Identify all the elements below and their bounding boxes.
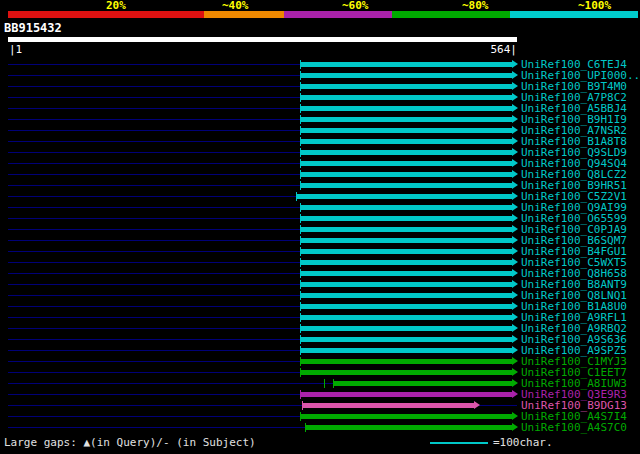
- scale-segment-2: [204, 11, 284, 18]
- scale-segment-4: [392, 11, 510, 18]
- alignment-arrowhead: [512, 280, 518, 288]
- alignment-start-tick: [300, 148, 301, 157]
- legend-scale-line: [430, 442, 488, 444]
- alignment-bar[interactable]: [300, 238, 512, 243]
- alignment-bar[interactable]: [300, 150, 512, 155]
- alignment-bar[interactable]: [296, 194, 511, 199]
- query-title: BB915432: [4, 21, 62, 35]
- alignment-arrowhead: [512, 269, 518, 277]
- scale-segment-1: [8, 11, 204, 18]
- alignment-start-tick: [300, 159, 301, 168]
- alignment-bar[interactable]: [300, 117, 512, 122]
- alignment-arrowhead: [512, 225, 518, 233]
- alignment-row: UniRef100_A4S7C0: [0, 422, 640, 433]
- alignment-bar[interactable]: [300, 359, 512, 364]
- alignment-start-tick: [300, 225, 301, 234]
- scale-label: ~60%: [342, 0, 369, 11]
- alignment-arrowhead: [512, 258, 518, 266]
- alignment-bar[interactable]: [300, 139, 512, 144]
- scale-label: 20%: [106, 0, 126, 11]
- alignment-bar[interactable]: [300, 282, 512, 287]
- alignment-arrowhead: [512, 115, 518, 123]
- alignment-start-tick: [300, 368, 301, 377]
- alignment-bar[interactable]: [300, 172, 512, 177]
- hit-label[interactable]: UniRef100_A4S7C0: [521, 422, 627, 433]
- scale-label: ~100%: [578, 0, 611, 11]
- alignment-bar[interactable]: [300, 249, 512, 254]
- alignment-bar[interactable]: [300, 370, 512, 375]
- alignment-arrowhead: [512, 313, 518, 321]
- alignment-start-tick: [300, 258, 301, 267]
- scale-label: ~40%: [222, 0, 249, 11]
- alignment-start-tick: [300, 302, 301, 311]
- alignment-arrowhead: [512, 357, 518, 365]
- bar-length-legend: =100char.: [430, 437, 635, 450]
- alignment-start-tick: [300, 313, 301, 322]
- alignment-arrowhead: [512, 181, 518, 189]
- alignment-bar[interactable]: [300, 392, 512, 397]
- alignment-bar[interactable]: [300, 271, 512, 276]
- alignment-start-tick: [300, 346, 301, 355]
- alignment-bar[interactable]: [300, 73, 512, 78]
- alignment-arrowhead: [512, 236, 518, 244]
- alignment-arrowhead: [512, 412, 518, 420]
- large-gaps-note: Large gaps: ▲(in Query)/- (in Subject): [4, 437, 256, 449]
- alignment-start-tick: [296, 192, 297, 201]
- alignment-arrowhead: [512, 82, 518, 90]
- alignment-start-tick: [300, 82, 301, 91]
- alignment-bar[interactable]: [300, 337, 512, 342]
- identity-scale-bar: [8, 11, 638, 18]
- alignment-arrowhead: [512, 423, 518, 431]
- alignment-bar[interactable]: [300, 128, 512, 133]
- scale-segment-3: [284, 11, 392, 18]
- alignment-arrowhead: [512, 170, 518, 178]
- alignment-arrowhead: [512, 379, 518, 387]
- alignment-bar[interactable]: [333, 381, 512, 386]
- alignment-arrowhead: [512, 390, 518, 398]
- alignment-bar[interactable]: [300, 304, 512, 309]
- alignment-bar[interactable]: [300, 348, 512, 353]
- alignment-arrowhead: [512, 126, 518, 134]
- alignment-arrowhead: [512, 71, 518, 79]
- alignment-start-tick: [300, 60, 301, 69]
- alignment-arrowhead: [512, 148, 518, 156]
- alignment-start-tick: [300, 170, 301, 179]
- alignment-rows: UniRef100_C6TEJ4UniRef100_UPI000..UniRef…: [0, 59, 640, 433]
- alignment-arrowhead: [512, 302, 518, 310]
- alignment-bar[interactable]: [300, 205, 512, 210]
- alignment-arrowhead: [512, 60, 518, 68]
- alignment-start-tick: [300, 269, 301, 278]
- alignment-start-tick: [300, 214, 301, 223]
- alignment-bar[interactable]: [300, 227, 512, 232]
- alignment-start-tick: [300, 247, 301, 256]
- alignment-start-tick: [300, 291, 301, 300]
- alignment-bar[interactable]: [300, 326, 512, 331]
- alignment-bar[interactable]: [300, 293, 512, 298]
- alignment-bar[interactable]: [300, 84, 512, 89]
- alignment-bar[interactable]: [305, 425, 511, 430]
- alignment-bar[interactable]: [300, 260, 512, 265]
- alignment-bar[interactable]: [300, 161, 512, 166]
- alignment-arrowhead: [512, 324, 518, 332]
- alignment-arrowhead: [512, 137, 518, 145]
- alignment-start-tick: [300, 280, 301, 289]
- alignment-bar[interactable]: [300, 315, 512, 320]
- alignment-arrowhead: [512, 346, 518, 354]
- alignment-bar[interactable]: [302, 403, 474, 408]
- alignment-start-tick: [305, 423, 306, 432]
- alignment-bar[interactable]: [300, 62, 512, 67]
- alignment-bar[interactable]: [300, 95, 512, 100]
- alignment-bar[interactable]: [300, 183, 512, 188]
- alignment-bar[interactable]: [300, 414, 512, 419]
- alignment-bar[interactable]: [300, 216, 512, 221]
- alignment-arrowhead: [512, 192, 518, 200]
- alignment-arrowhead: [512, 159, 518, 167]
- alignment-arrowhead: [512, 214, 518, 222]
- alignment-start-tick: [300, 137, 301, 146]
- ruler-start-label: |1: [9, 44, 22, 56]
- alignment-start-tick: [300, 236, 301, 245]
- alignment-arrowhead: [512, 291, 518, 299]
- alignment-bar[interactable]: [300, 106, 512, 111]
- alignment-start-tick: [300, 115, 301, 124]
- alignment-arrowhead: [474, 401, 480, 409]
